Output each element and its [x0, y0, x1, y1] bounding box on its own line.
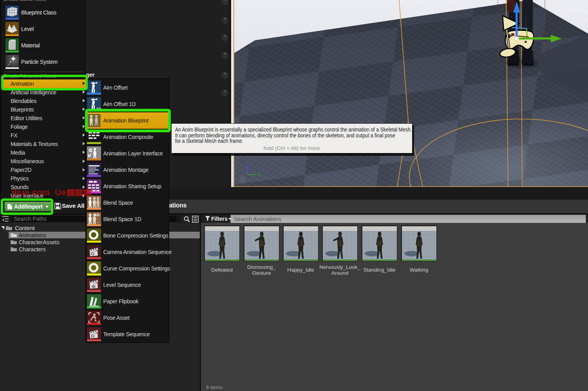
svg-text:Y: Y [258, 173, 261, 177]
svg-text:z: z [246, 162, 248, 166]
svg-text:?: ? [241, 178, 243, 182]
svg-text:1D: 1D [95, 213, 100, 217]
